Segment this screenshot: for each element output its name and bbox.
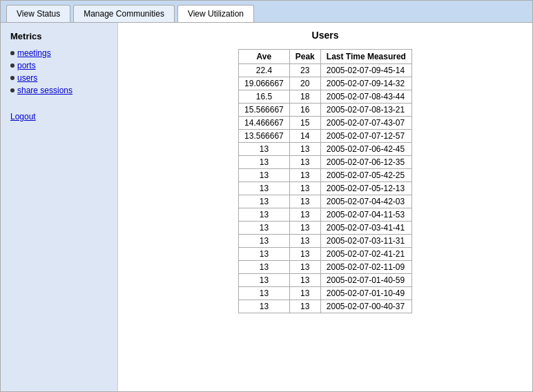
cell-peak: 18 [289,90,320,104]
cell-ave: 13 [239,182,290,195]
cell-ave: 13 [239,143,290,156]
cell-last-time: 2005-02-07-07-43-07 [320,117,411,130]
cell-ave: 13 [239,208,290,222]
app-container: View Status Manage Communities View Util… [0,0,533,392]
nav-link-ports[interactable]: ports [17,61,36,70]
cell-ave: 13 [239,195,290,208]
page-title: Users [129,30,521,41]
table-row: 13132005-02-07-06-12-35 [239,156,412,169]
cell-peak: 15 [289,117,320,130]
cell-peak: 16 [289,104,320,117]
cell-peak: 13 [289,274,320,287]
table-row: 13132005-02-07-03-41-41 [239,222,412,235]
cell-ave: 14.466667 [239,117,290,130]
cell-peak: 13 [289,208,320,222]
table-row: 22.4232005-02-07-09-45-14 [239,64,412,77]
cell-peak: 14 [289,130,320,143]
data-table: Ave Peak Last Time Measured 22.4232005-0… [238,49,412,313]
cell-ave: 13 [239,156,290,169]
cell-last-time: 2005-02-07-01-10-49 [320,287,411,300]
col-header-peak: Peak [289,50,320,64]
table-row: 15.566667162005-02-07-08-13-21 [239,104,412,117]
nav-link-users[interactable]: users [17,73,37,83]
cell-ave: 22.4 [239,64,290,77]
table-row: 14.466667152005-02-07-07-43-07 [239,117,412,130]
cell-peak: 23 [289,64,320,77]
cell-peak: 13 [289,261,320,274]
cell-last-time: 2005-02-07-06-42-45 [320,143,411,156]
table-row: 19.066667202005-02-07-09-14-32 [239,77,412,90]
cell-last-time: 2005-02-07-02-11-09 [320,261,411,274]
table-row: 13132005-02-07-02-41-21 [239,248,412,261]
cell-ave: 13 [239,169,290,182]
sidebar-nav: meetings ports users share sessions [10,48,108,98]
cell-ave: 13 [239,222,290,235]
cell-last-time: 2005-02-07-07-12-57 [320,130,411,143]
cell-ave: 13.566667 [239,130,290,143]
logout-link[interactable]: Logout [10,112,108,121]
cell-last-time: 2005-02-07-05-12-13 [320,182,411,195]
cell-last-time: 2005-02-07-00-40-37 [320,300,411,313]
cell-ave: 13 [239,235,290,248]
col-header-last-time: Last Time Measured [320,50,411,64]
cell-peak: 13 [289,143,320,156]
cell-last-time: 2005-02-07-03-11-31 [320,235,411,248]
cell-last-time: 2005-02-07-04-11-53 [320,208,411,222]
cell-last-time: 2005-02-07-09-14-32 [320,77,411,90]
table-row: 13132005-02-07-03-11-31 [239,235,412,248]
tab-view-status[interactable]: View Status [6,5,70,22]
table-row: 13132005-02-07-01-40-59 [239,274,412,287]
content-panel: Users Ave Peak Last Time Measured 22.423… [118,23,532,391]
cell-last-time: 2005-02-07-08-43-44 [320,90,411,104]
bullet-icon [10,88,14,92]
cell-last-time: 2005-02-07-05-42-25 [320,169,411,182]
cell-ave: 13 [239,300,290,313]
main-content: Metrics meetings ports users share sessi… [1,23,532,391]
bullet-icon [10,51,14,55]
cell-last-time: 2005-02-07-01-40-59 [320,274,411,287]
table-row: 13132005-02-07-04-42-03 [239,195,412,208]
table-row: 13132005-02-07-05-42-25 [239,169,412,182]
table-row: 13132005-02-07-04-11-53 [239,208,412,222]
cell-peak: 13 [289,156,320,169]
cell-ave: 19.066667 [239,77,290,90]
cell-ave: 13 [239,287,290,300]
table-row: 13132005-02-07-06-42-45 [239,143,412,156]
table-row: 13.566667142005-02-07-07-12-57 [239,130,412,143]
col-header-ave: Ave [239,50,290,64]
tab-view-utilization[interactable]: View Utilization [177,5,254,22]
cell-ave: 13 [239,274,290,287]
sidebar-title: Metrics [10,31,108,41]
cell-ave: 16.5 [239,90,290,104]
cell-peak: 13 [289,169,320,182]
nav-item-share-sessions: share sessions [10,86,108,95]
bullet-icon [10,76,14,80]
cell-peak: 13 [289,300,320,313]
sidebar: Metrics meetings ports users share sessi… [1,23,118,391]
nav-item-users: users [10,73,108,83]
cell-peak: 13 [289,235,320,248]
cell-ave: 15.566667 [239,104,290,117]
cell-peak: 13 [289,248,320,261]
tab-manage-communities[interactable]: Manage Communities [73,5,175,22]
nav-item-ports: ports [10,61,108,70]
nav-item-meetings: meetings [10,48,108,58]
cell-peak: 13 [289,182,320,195]
cell-peak: 13 [289,222,320,235]
nav-link-share-sessions[interactable]: share sessions [17,86,72,95]
cell-ave: 13 [239,261,290,274]
cell-ave: 13 [239,248,290,261]
bullet-icon [10,63,14,68]
cell-last-time: 2005-02-07-08-13-21 [320,104,411,117]
cell-peak: 13 [289,195,320,208]
table-row: 13132005-02-07-02-11-09 [239,261,412,274]
cell-last-time: 2005-02-07-04-42-03 [320,195,411,208]
tab-bar: View Status Manage Communities View Util… [1,1,532,23]
table-row: 13132005-02-07-05-12-13 [239,182,412,195]
nav-link-meetings[interactable]: meetings [17,48,51,58]
cell-last-time: 2005-02-07-06-12-35 [320,156,411,169]
table-row: 13132005-02-07-01-10-49 [239,287,412,300]
cell-last-time: 2005-02-07-02-41-21 [320,248,411,261]
cell-peak: 20 [289,77,320,90]
cell-last-time: 2005-02-07-09-45-14 [320,64,411,77]
